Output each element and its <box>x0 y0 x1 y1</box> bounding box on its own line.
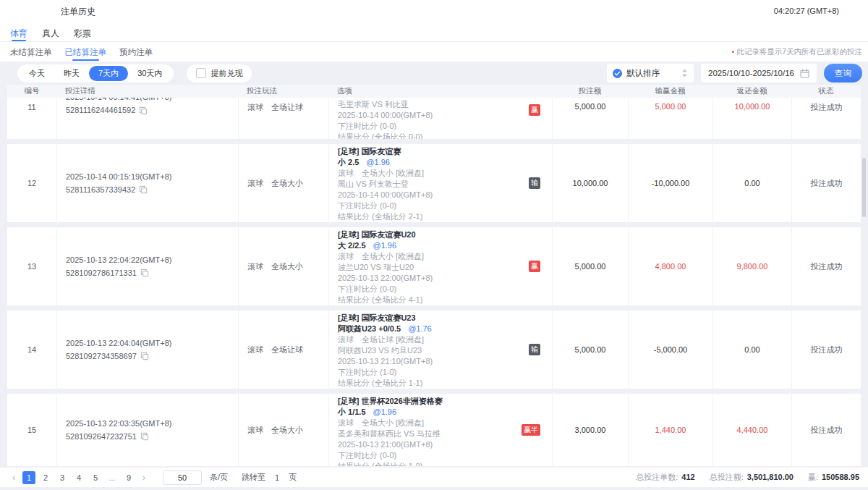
refund-amount: 0.00 <box>744 345 760 354</box>
bet-time: 2025-10-13 22:03:35(GMT+8) <box>66 418 171 429</box>
page-title: 注单历史 <box>61 6 95 18</box>
footer-bar: ‹ 12345...9 › 条/页 跳转至 1 页 总投注单数:412 总投注额… <box>0 467 868 487</box>
bet-play: 滚球 全场大小 <box>247 178 303 189</box>
bet-play: 滚球 全场让球 <box>247 345 303 355</box>
search-button[interactable]: 查询 <box>824 64 862 83</box>
result-badge: 输 <box>529 177 540 189</box>
filter-bar: 今天 昨天 7天内 30天内 提前兑现 默认排序 2025/10/10-2025… <box>0 62 868 85</box>
refund-amount: 9,800.00 <box>737 262 768 271</box>
row-number: 15 <box>27 426 36 434</box>
result-badge: 输 <box>529 344 540 355</box>
bet-time: 2025-10-13 22:04:04(GMT+8) <box>66 338 171 349</box>
table-body: 11 2025-10-14 00:14:41(GMT+8) 5281116244… <box>7 98 861 466</box>
page-button[interactable]: 9 <box>122 471 135 484</box>
date-range-value: 2025/10/10-2025/10/16 <box>708 69 794 77</box>
copy-icon[interactable] <box>140 352 149 360</box>
copy-icon[interactable] <box>139 185 148 194</box>
cashout-filter[interactable]: 提前兑现 <box>187 64 252 83</box>
order-id: 5281092647232751 <box>66 431 137 442</box>
sort-select[interactable]: 默认排序 <box>607 64 694 83</box>
option-details: [足球] 世界杯2026非洲资格赛小 1/1.5@1.96滚球 全场大小 [欧洲… <box>338 396 552 466</box>
bet-time: 2025-10-13 22:04:22(GMT+8) <box>66 255 171 266</box>
bet-status: 投注成功 <box>811 425 843 436</box>
clock-time: 04:20:27 (GMT+8) <box>774 7 839 15</box>
option-details: [足球] 国际友谊赛U20大 2/2.5@1.96滚球 全场大小 [欧洲盘]波兰… <box>338 229 552 305</box>
total-win: 赢:150588.95 <box>808 472 859 483</box>
subtab-unsettled[interactable]: 未结算注单 <box>10 47 52 62</box>
cashout-label: 提前兑现 <box>210 68 242 79</box>
copy-icon[interactable] <box>140 432 149 441</box>
option-details: [足球] 国际友谊赛小 2.5@1.96滚球 全场大小 [欧洲盘]黑山 VS 列… <box>338 146 552 222</box>
tab-live[interactable]: 真人 <box>42 28 59 41</box>
cashout-checkbox[interactable] <box>196 68 206 78</box>
page-ellipsis: ... <box>106 471 119 484</box>
calendar-icon <box>800 69 809 78</box>
range-7days[interactable]: 7天内 <box>89 66 128 81</box>
option-details: 毛里求斯 VS 利比亚2025-10-14 00:00(GMT+8)下注时比分 … <box>338 99 552 139</box>
range-30days[interactable]: 30天内 <box>128 66 171 81</box>
bet-amount: 5,000.00 <box>575 262 606 271</box>
date-range-picker[interactable]: 2025/10/10-2025/10/16 <box>701 64 817 83</box>
col-header-no: 编号 <box>7 86 56 96</box>
refund-amount: 4,440.00 <box>737 426 768 434</box>
table-row: 13 2025-10-13 22:04:22(GMT+8) 5281092786… <box>7 227 861 305</box>
total-amount: 总投注额:3,501,810.00 <box>710 472 793 483</box>
total-count: 总投注单数:412 <box>636 472 694 483</box>
note-bullet-icon: • <box>731 47 734 56</box>
bet-detail: 2025-10-13 22:03:35(GMT+8) 5281092647232… <box>66 418 171 442</box>
winloss-amount: 1,440.00 <box>655 426 686 434</box>
table-row: 12 2025-10-14 00:15:19(GMT+8) 5281116357… <box>7 144 861 222</box>
tab-lottery[interactable]: 彩票 <box>74 28 91 41</box>
bet-play: 滚球 全场大小 <box>247 261 303 272</box>
sorter-arrows-icon <box>681 69 688 77</box>
page-button[interactable]: 4 <box>72 471 85 484</box>
page-button[interactable]: 5 <box>89 471 102 484</box>
page-size-input[interactable] <box>163 470 202 485</box>
winloss-amount: -5,000.00 <box>654 345 687 354</box>
subtab-settled[interactable]: 已结算注单 <box>65 47 107 62</box>
range-today[interactable]: 今天 <box>20 66 54 81</box>
row-number: 13 <box>27 262 36 271</box>
per-page-label: 条/页 <box>210 472 228 483</box>
page-button[interactable]: 3 <box>56 471 69 484</box>
subtab-scheduled[interactable]: 预约注单 <box>119 47 153 62</box>
table-row: 14 2025-10-13 22:04:04(GMT+8) 5281092734… <box>7 311 861 389</box>
bet-detail: 2025-10-13 22:04:22(GMT+8) 5281092786171… <box>66 255 171 279</box>
vertical-scrollbar[interactable] <box>862 158 866 217</box>
table-row: 15 2025-10-13 22:03:35(GMT+8) 5281092647… <box>7 394 861 466</box>
bet-status: 投注成功 <box>811 261 843 272</box>
copy-icon[interactable] <box>139 106 148 115</box>
refund-amount: 0.00 <box>744 179 760 187</box>
copy-icon[interactable] <box>140 269 149 277</box>
bet-amount: 10,000.00 <box>573 179 608 187</box>
tab-sports[interactable]: 体育 <box>10 28 27 41</box>
table-row: 11 2025-10-14 00:14:41(GMT+8) 5281116244… <box>7 98 861 139</box>
range-yesterday[interactable]: 昨天 <box>54 66 89 81</box>
bet-status: 投注成功 <box>811 345 843 355</box>
pagination: ‹ 12345...9 › 条/页 跳转至 1 页 <box>9 470 297 485</box>
bet-amount: 5,000.00 <box>575 102 606 111</box>
winloss-amount: -10,000.00 <box>652 179 690 187</box>
page-button[interactable]: 2 <box>39 471 52 484</box>
prev-page-icon[interactable]: ‹ <box>9 473 19 482</box>
bet-time: 2025-10-14 00:15:19(GMT+8) <box>66 172 171 182</box>
date-range-segment: 今天 昨天 7天内 30天内 <box>17 64 174 83</box>
filter-right-controls: 默认排序 2025/10/10-2025/10/16 查询 <box>607 64 862 83</box>
bet-amount: 5,000.00 <box>575 345 606 354</box>
col-header-play: 投注玩法 <box>238 86 328 96</box>
order-id: 5281116244461592 <box>66 105 135 116</box>
page-button[interactable]: 1 <box>22 471 35 484</box>
order-id: 5281092734358697 <box>66 351 137 362</box>
bet-detail: 2025-10-14 00:15:19(GMT+8) 5281116357339… <box>66 172 171 195</box>
bet-amount: 3,000.00 <box>575 426 606 434</box>
records-note: •此记录将显示7天内所有已派彩的投注 <box>731 47 862 57</box>
table-header: 编号 投注详情 投注玩法 选项 投注额 输赢金额 返还金额 状态 <box>7 85 861 98</box>
bet-detail: 2025-10-14 00:14:41(GMT+8) 5281116244461… <box>66 98 171 116</box>
col-header-refund: 返还金额 <box>712 86 791 96</box>
jump-page-input[interactable]: 1 <box>275 473 279 482</box>
row-number: 12 <box>27 179 36 187</box>
jump-to-label: 跳转至 <box>242 472 265 483</box>
next-page-icon[interactable]: › <box>139 473 149 482</box>
col-header-detail: 投注详情 <box>56 86 238 96</box>
col-header-status: 状态 <box>791 86 861 96</box>
